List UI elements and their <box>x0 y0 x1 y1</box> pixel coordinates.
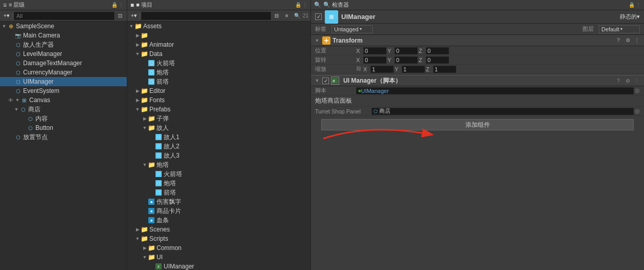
transform-arrow[interactable] <box>314 37 320 44</box>
shop-arrow[interactable] <box>13 106 19 112</box>
scale-x-input[interactable] <box>370 66 394 73</box>
hierarchy-item-damagetextmanager[interactable]: ⬡ DamageTextManager <box>0 59 127 68</box>
project-search-btn[interactable]: 🔍 <box>292 11 302 21</box>
bullet-arrow[interactable] <box>142 115 148 122</box>
add-component-button[interactable]: 添加组件 <box>321 119 634 130</box>
project-item-animator[interactable]: 📁 Animator <box>127 40 310 49</box>
inspector-lock-icon[interactable]: 🔒 <box>629 2 635 8</box>
ui-manager-settings-btn[interactable]: ⚙ <box>623 76 632 85</box>
ui-arrow[interactable] <box>142 254 148 260</box>
project-item-scripts[interactable]: 📁 Scripts <box>127 234 310 243</box>
data-arrow[interactable] <box>134 51 141 57</box>
layer-dropdown[interactable]: Default ▾ <box>599 25 640 33</box>
project-item-enemy1[interactable]: ⬡ 故人1 <box>127 132 310 142</box>
hierarchy-dots-icon[interactable]: ⋮ <box>119 2 124 8</box>
ui-manager-arrow[interactable] <box>314 78 320 84</box>
project-item-ui[interactable]: 📁 UI <box>127 253 310 262</box>
project-search-input[interactable] <box>141 12 271 20</box>
project-item-enemies[interactable]: 📁 故人 <box>127 123 310 132</box>
project-item-data[interactable]: 📁 Data <box>127 49 310 59</box>
project-item-prefabs[interactable]: 📁 Prefabs <box>127 105 310 114</box>
rotation-z-input[interactable] <box>426 56 449 64</box>
project-item-health-bar[interactable]: ■ 血条 <box>127 216 310 225</box>
project-item-assets[interactable]: 📁 Assets <box>127 22 310 31</box>
ui-manager-active-checkbox[interactable] <box>322 78 329 84</box>
object-active-checkbox[interactable] <box>315 13 322 20</box>
position-z-input[interactable] <box>426 47 449 54</box>
project-item-arrow-prefab[interactable]: ⬡ 箭塔 <box>127 188 310 197</box>
canvas-eye-icon[interactable]: 👁 <box>8 98 13 103</box>
hierarchy-item-canvas[interactable]: 👁 ⊞ Canvas <box>0 95 127 105</box>
project-item-enemy2[interactable]: ⬡ 故人2 <box>127 142 310 151</box>
hierarchy-add-button[interactable]: +▾ <box>2 11 11 21</box>
towers-arrow[interactable] <box>142 162 148 168</box>
project-item-shop-card[interactable]: ■ 商品卡片 <box>127 206 310 216</box>
project-item-cannon-tower[interactable]: ⬡ 炮塔 <box>127 68 310 77</box>
project-item-editor[interactable]: 📁 Editor <box>127 86 310 95</box>
scenes-arrow[interactable] <box>134 226 141 233</box>
project-item-towers[interactable]: 📁 炮塔 <box>127 160 310 169</box>
project-add-button[interactable]: +▾ <box>129 11 139 21</box>
animator-arrow[interactable] <box>134 42 141 48</box>
position-y-label: Y <box>387 48 394 54</box>
hierarchy-item-shop[interactable]: ⬡ 商店 <box>0 105 127 114</box>
project-item-bullet[interactable]: 📁 子弹 <box>127 114 310 123</box>
hierarchy-search-icon[interactable]: ⊡ <box>115 11 125 21</box>
inspector-dots-icon[interactable]: ⋮ <box>636 2 641 8</box>
project-item-uimanager-script[interactable]: # UIManager <box>127 262 310 270</box>
hierarchy-item-samplescene[interactable]: ⊕ SampleScene <box>0 22 127 31</box>
transform-menu-btn[interactable]: ⋮ <box>633 36 641 45</box>
rotation-x-input[interactable] <box>363 56 386 64</box>
project-item-cannon-prefab[interactable]: ⬡ 炮塔 <box>127 179 310 188</box>
project-item-arrow-tower[interactable]: ⬡ 箭塔 <box>127 77 310 86</box>
hierarchy-search-input[interactable] <box>14 12 114 20</box>
canvas-arrow[interactable] <box>14 97 21 103</box>
project-item-enemy3[interactable]: ⬡ 故人3 <box>127 151 310 160</box>
project-item-rocket-tower[interactable]: ⬡ 火箭塔 <box>127 59 310 68</box>
hierarchy-item-eventsystem[interactable]: ⬡ EventSystem <box>0 86 127 95</box>
project-item-scenes[interactable]: 📁 Scenes <box>127 225 310 234</box>
fonts-arrow[interactable] <box>134 97 141 103</box>
transform-settings-btn[interactable]: ⚙ <box>623 36 632 45</box>
project-item-rocket-prefab[interactable]: ⬡ 火箭塔 <box>127 169 310 179</box>
hierarchy-item-currencymanager[interactable]: ⬡ CurrencyManager <box>0 68 127 77</box>
tag-dropdown[interactable]: Untagged ▾ <box>331 25 373 33</box>
scale-y-input[interactable] <box>402 66 425 73</box>
project-item-damage-text[interactable]: ■ 伤害飘字 <box>127 197 310 206</box>
common-arrow[interactable] <box>142 245 148 251</box>
folder1-arrow[interactable] <box>134 32 141 38</box>
project-item-fonts[interactable]: 📁 Fonts <box>127 95 310 105</box>
project-lock-icon[interactable]: 🔒 <box>295 2 301 8</box>
hierarchy-item-button[interactable]: ⬡ Button <box>0 123 127 132</box>
rotation-y-input[interactable] <box>395 56 418 64</box>
position-x-input[interactable] <box>363 47 386 54</box>
script-field[interactable]: ■ UIManager <box>356 87 634 94</box>
hierarchy-item-maincamera[interactable]: 📷 Main Camera <box>0 31 127 40</box>
editor-arrow[interactable] <box>134 88 141 94</box>
scripts-arrow[interactable] <box>134 236 141 242</box>
hierarchy-item-placenode[interactable]: ⬡ 放置节点 <box>0 132 127 142</box>
project-item-common[interactable]: 📁 Common <box>127 243 310 253</box>
project-dots-icon[interactable]: ⋮ <box>302 2 307 8</box>
transform-help-btn[interactable]: ? <box>614 36 622 45</box>
samplescene-arrow[interactable] <box>1 23 7 29</box>
hierarchy-lock-icon[interactable]: 🔒 <box>111 2 118 8</box>
static-label[interactable]: 静态的▾ <box>620 13 640 21</box>
hierarchy-item-content[interactable]: ⬡ 内容 <box>0 114 127 123</box>
hierarchy-item-levelmanager[interactable]: ⬡ LevelManager <box>0 49 127 59</box>
project-list-view-btn[interactable]: ≡ <box>282 11 291 21</box>
scale-z-input[interactable] <box>433 66 456 73</box>
hierarchy-item-uimanager[interactable]: ⬡ UIManager <box>0 77 127 86</box>
enemies-arrow[interactable] <box>142 125 148 131</box>
turret-shop-field[interactable]: ⬡ 商店 <box>372 108 634 115</box>
project-icons-view-btn[interactable]: ⊟ <box>272 11 281 21</box>
prefabs-arrow[interactable] <box>134 106 141 112</box>
hierarchy-item-enemyspawner[interactable]: ⬡ 故人生产器 <box>0 40 127 49</box>
script-target-icon[interactable]: ◎ <box>635 87 640 94</box>
turret-shop-target-icon[interactable]: ◎ <box>635 108 640 114</box>
project-item-folder1[interactable]: 📁 <box>127 31 310 40</box>
ui-manager-menu-btn[interactable]: ⋮ <box>633 76 641 85</box>
assets-arrow[interactable] <box>128 23 134 29</box>
position-y-input[interactable] <box>395 47 418 54</box>
ui-manager-help-btn[interactable]: ? <box>614 76 622 85</box>
